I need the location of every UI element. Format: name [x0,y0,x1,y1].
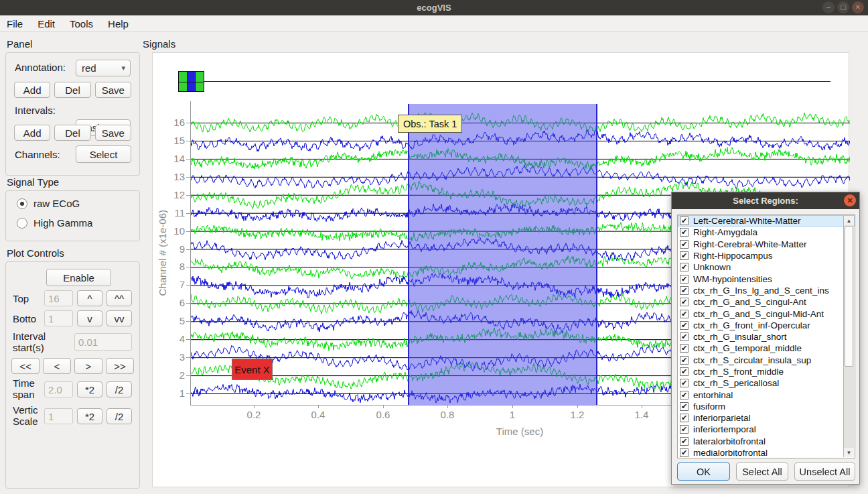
checkbox-checked-icon[interactable]: ✔ [680,275,689,284]
dialog-button-unselect-all[interactable]: Unselect All [794,462,855,481]
x-tick-mark [512,405,513,408]
signal-type-option-raw-ecog[interactable]: raw ECoG [17,198,80,209]
bottom-button-vv[interactable]: vv [106,310,132,326]
scrollbar-thumb[interactable] [845,226,853,367]
close-icon[interactable]: ✕ [852,1,864,13]
checkbox-checked-icon[interactable]: ✔ [680,217,689,225]
region-item[interactable]: ✔Left-Cerebral-White-Matter [678,215,855,227]
time-span-input[interactable]: 2.0 [44,381,73,397]
annotation-button-add[interactable]: Add [14,82,50,98]
region-item[interactable]: ✔inferiorparietal [678,412,855,424]
checkbox-checked-icon[interactable]: ✔ [680,240,689,249]
intervals-button-save[interactable]: Save [95,125,131,141]
channel-tick-label: 16 [162,117,185,128]
checkbox-checked-icon[interactable]: ✔ [680,356,689,365]
nav-button--[interactable]: > [74,358,102,374]
enable-button[interactable]: Enable [46,269,111,286]
checkbox-checked-icon[interactable]: ✔ [680,263,689,271]
region-item[interactable]: ✔WM-hypointensities [678,273,855,284]
region-item[interactable]: ✔ctx_rh_S_circular_insula_sup [678,355,855,366]
region-item[interactable]: ✔Right-Hippocampus [678,250,855,261]
region-label: ctx_rh_G_front_inf-Opercular [693,320,810,330]
signal-type-option-high-gamma[interactable]: High Gamma [17,217,92,229]
maximize-icon[interactable]: ▢ [837,1,849,13]
region-item[interactable]: ✔Unknown [678,261,855,273]
region-item[interactable]: ✔medialorbitofrontal [678,447,855,458]
bottom-button-v[interactable]: v [77,310,102,326]
region-item[interactable]: ✔ctx_rh_G_insular_short [678,331,855,343]
y-tick-mark [186,267,190,267]
time-span-button--2[interactable]: *2 [77,381,102,397]
checkbox-checked-icon[interactable]: ✔ [680,367,689,376]
nav-button--[interactable]: >> [106,358,134,374]
intervals-button-del[interactable]: Del [54,125,90,141]
scrollbar[interactable]: ▲ ▼ [843,216,854,457]
checkbox-checked-icon[interactable]: ✔ [680,402,689,411]
region-item[interactable]: ✔ctx_rh_G_temporal_middle [678,343,855,354]
checkbox-checked-icon[interactable]: ✔ [680,414,689,422]
checkbox-checked-icon[interactable]: ✔ [680,448,689,457]
region-item[interactable]: ✔ctx_rh_S_pericallosal [678,377,855,389]
interval-selection-region[interactable] [408,104,597,405]
menu-edit[interactable]: Edit [38,18,55,29]
annotation-button-save[interactable]: Save [95,82,131,98]
vertical-scale-input[interactable]: 1 [44,408,73,424]
annotation-combobox[interactable]: red ▾ [76,60,131,76]
region-item[interactable]: ✔entorhinal [678,389,855,400]
dialog-button-select-all[interactable]: Select All [736,462,788,481]
region-item[interactable]: ✔Right-Cerebral-White-Matter [678,239,855,250]
interval-start-input[interactable]: 0.01 [74,333,132,351]
region-list: ✔Left-Cerebral-White-Matter✔Right-Amygda… [677,214,855,458]
checkbox-checked-icon[interactable]: ✔ [680,332,689,341]
checkbox-checked-icon[interactable]: ✔ [680,228,689,237]
region-item[interactable]: ✔lateralorbitofrontal [678,436,855,447]
bottom-input[interactable]: 1 [44,310,73,326]
region-item[interactable]: ✔Right-Amygdala [678,227,855,238]
region-item[interactable]: ✔ctx_rh_G_front_inf-Opercular [678,320,855,331]
checkbox-checked-icon[interactable]: ✔ [680,310,689,318]
top-input[interactable]: 16 [44,290,73,306]
top-button--[interactable]: ^ [77,290,102,306]
y-tick-mark [186,195,190,196]
vertical-scale-button--2[interactable]: *2 [77,408,102,424]
top-button--[interactable]: ^^ [106,290,132,306]
dialog-close-icon[interactable]: ✕ [844,194,856,206]
checkbox-checked-icon[interactable]: ✔ [680,437,689,446]
region-item[interactable]: ✔inferiortemporal [678,424,855,435]
dialog-title-bar[interactable]: Select Regions: ✕ [672,192,859,209]
vertical-scale-button--2[interactable]: /2 [106,408,132,424]
checkbox-checked-icon[interactable]: ✔ [680,391,689,399]
event-annotation-badge[interactable]: Event X [232,359,273,380]
channel-tick-label: 2 [162,369,185,381]
x-tick-label: 1 [498,409,527,420]
region-item[interactable]: ✔fusiform [678,401,855,412]
checkbox-checked-icon[interactable]: ✔ [680,344,689,353]
annotation-button-del[interactable]: Del [54,82,90,98]
minimize-icon[interactable]: – [822,1,835,13]
scroll-up-icon[interactable]: ▲ [844,216,854,225]
checkbox-checked-icon[interactable]: ✔ [680,425,689,434]
menu-tools[interactable]: Tools [70,18,93,29]
x-tick-label: 1.2 [563,409,592,420]
channels-select-button[interactable]: Select [76,145,131,163]
region-item[interactable]: ✔ctx_rh_G_Ins_lg_and_S_cent_ins [678,285,855,296]
region-item[interactable]: ✔ctx_rh_G_and_S_cingul-Ant [678,296,855,308]
bottom-label: Botto [13,313,36,324]
intervals-button-add[interactable]: Add [14,125,50,141]
dialog-button-ok[interactable]: OK [677,462,730,481]
nav-button--[interactable]: < [43,358,71,374]
checkbox-checked-icon[interactable]: ✔ [680,298,689,306]
region-item[interactable]: ✔ctx_rh_S_front_middle [678,366,855,377]
time-span-button--2[interactable]: /2 [106,381,132,397]
checkbox-checked-icon[interactable]: ✔ [680,321,689,330]
scroll-down-icon[interactable]: ▼ [844,448,854,457]
checkbox-checked-icon[interactable]: ✔ [680,251,689,260]
checkbox-checked-icon[interactable]: ✔ [680,286,689,295]
region-item[interactable]: ✔ctx_rh_G_and_S_cingul-Mid-Ant [678,308,855,319]
menu-help[interactable]: Help [108,18,129,29]
nav-button--[interactable]: << [11,358,40,374]
menu-file[interactable]: File [7,18,23,29]
overview-window-widget[interactable] [178,71,204,92]
checkbox-checked-icon[interactable]: ✔ [680,379,689,387]
interval-start-label: Interval start(s) [13,330,53,353]
